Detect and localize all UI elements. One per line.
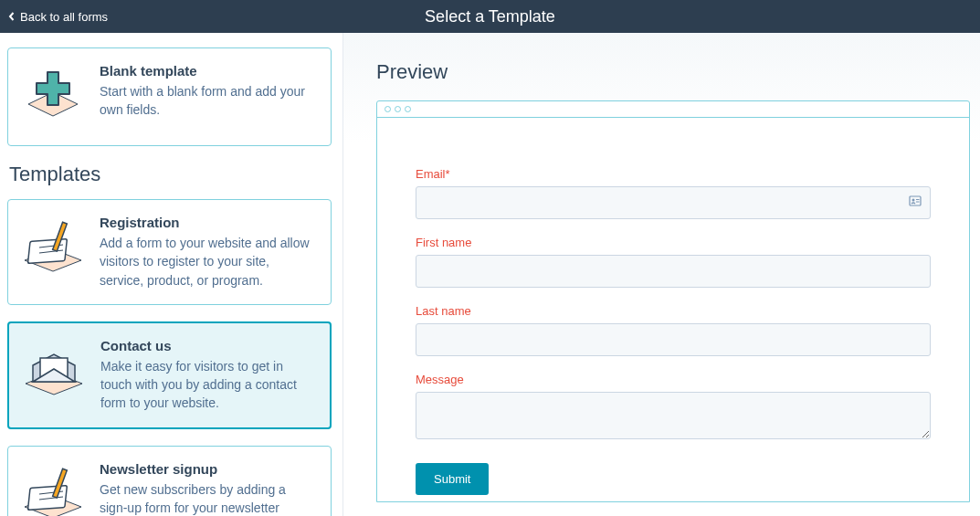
template-card-blank[interactable]: Blank template Start with a blank form a… [7, 47, 332, 146]
back-to-forms-link[interactable]: Back to all forms [7, 10, 108, 24]
template-card-newsletter[interactable]: Newsletter signup Get new subscribers by… [7, 446, 332, 516]
header-bar: Back to all forms Select a Template [0, 0, 980, 33]
template-sidebar: Blank template Start with a blank form a… [0, 33, 343, 516]
card-title: Registration [100, 215, 316, 230]
card-title: Newsletter signup [100, 461, 316, 477]
card-desc: Start with a blank form and add your own… [100, 82, 316, 120]
last-name-label: Last name [416, 304, 931, 318]
email-label: Email* [416, 167, 931, 181]
window-dot-icon [405, 106, 411, 112]
plus-block-icon [19, 63, 87, 131]
template-card-contact-us[interactable]: Contact us Make it easy for visitors to … [7, 321, 332, 429]
preview-form: Email* First name Last name Message Subm… [377, 118, 969, 502]
window-dot-icon [395, 106, 401, 112]
last-name-field[interactable] [416, 323, 931, 356]
card-desc: Make it easy for visitors to get in touc… [100, 357, 315, 413]
svg-rect-11 [916, 199, 920, 200]
envelope-icon [20, 338, 88, 405]
window-dot-icon [385, 106, 391, 112]
card-title: Blank template [100, 63, 316, 79]
newsletter-form-icon [19, 461, 87, 516]
preview-panel: Preview Email* First name Last name [343, 33, 980, 516]
svg-rect-12 [916, 202, 920, 203]
svg-rect-0 [27, 239, 67, 264]
svg-rect-9 [910, 196, 921, 205]
svg-rect-5 [27, 485, 67, 510]
registration-form-icon [19, 215, 87, 282]
svg-point-10 [912, 199, 915, 202]
back-label: Back to all forms [20, 10, 108, 24]
first-name-label: First name [416, 236, 931, 249]
card-desc: Get new subscribers by adding a sign-up … [100, 480, 316, 516]
chevron-left-icon [7, 12, 16, 21]
preview-heading: Preview [376, 60, 980, 84]
templates-heading: Templates [9, 163, 332, 186]
first-name-field[interactable] [416, 255, 931, 288]
page-title: Select a Template [425, 7, 555, 26]
preview-window: Email* First name Last name Message Subm… [376, 100, 970, 502]
card-title: Contact us [100, 338, 315, 353]
browser-chrome [377, 101, 969, 118]
message-field[interactable] [416, 392, 931, 439]
contact-card-icon [909, 195, 922, 211]
submit-button[interactable]: Submit [416, 463, 489, 495]
template-card-registration[interactable]: Registration Add a form to your website … [7, 199, 332, 305]
message-label: Message [416, 373, 931, 386]
card-desc: Add a form to your website and allow vis… [100, 234, 316, 290]
email-field[interactable] [416, 186, 931, 219]
